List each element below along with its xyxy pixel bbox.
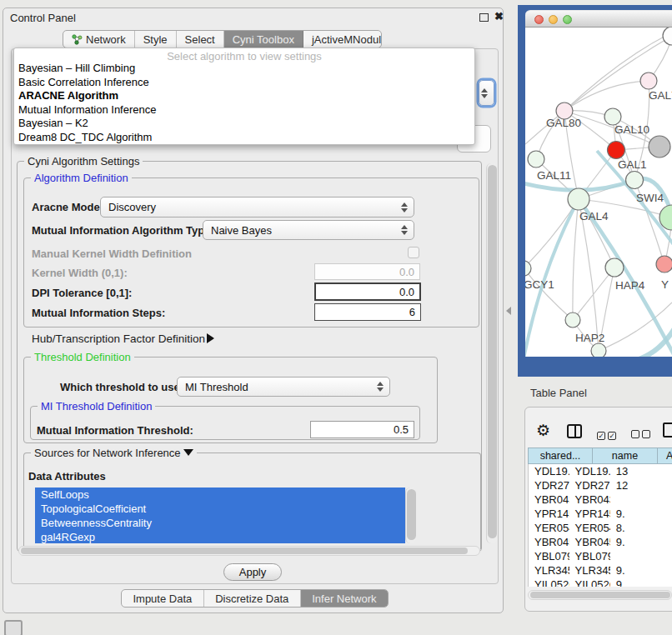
aracne-mode-value: Discovery bbox=[108, 201, 156, 213]
hub-definition-label: Hub/Transcription Factor Definition bbox=[32, 332, 205, 345]
algorithm-combo-button[interactable] bbox=[479, 80, 494, 106]
node-label: GAL7 bbox=[649, 89, 672, 102]
table-cell: YER054C bbox=[569, 521, 610, 535]
network-node[interactable] bbox=[649, 136, 670, 158]
settings-vertical-scrollbar[interactable] bbox=[486, 163, 498, 543]
mi-steps-field[interactable] bbox=[314, 303, 421, 321]
data-attributes-list: SelfLoopsTopologicalCoefficientBetweenne… bbox=[35, 488, 405, 543]
stepper-arrows-icon bbox=[400, 202, 408, 212]
table-cell: YBL079W bbox=[529, 549, 569, 563]
tab-network[interactable]: Network bbox=[63, 31, 135, 48]
network-node-gal4[interactable] bbox=[568, 188, 589, 210]
node-label: HAP4 bbox=[615, 279, 645, 292]
tab-discretize-data[interactable]: Discretize Data bbox=[204, 590, 301, 607]
network-node-y[interactable] bbox=[656, 256, 672, 272]
dpi-tolerance-field[interactable] bbox=[314, 282, 421, 301]
table-row[interactable]: YBL079WYBL079W bbox=[529, 549, 672, 563]
attribute-item[interactable]: gal4RGexp bbox=[35, 530, 405, 543]
network-edge[interactable] bbox=[525, 268, 573, 320]
settings-horizontal-scrollbar[interactable] bbox=[18, 546, 480, 556]
float-panel-icon[interactable] bbox=[479, 13, 489, 22]
network-edge[interactable] bbox=[573, 199, 579, 320]
network-window-titlebar[interactable] bbox=[525, 10, 672, 28]
network-node-gal7[interactable] bbox=[640, 72, 657, 89]
attribute-item[interactable]: SelfLoops bbox=[35, 488, 405, 502]
node-label: GAL11 bbox=[537, 169, 571, 182]
which-threshold-combo[interactable]: MI Threshold bbox=[177, 377, 390, 397]
network-graph: GAL7GAL80GAL10GAL1GAL11SWI4GAL4GCY1HAP4Y… bbox=[525, 28, 672, 357]
table-row[interactable]: YER054CYER054C8. bbox=[529, 521, 672, 535]
sources-title: Sources for Network Inference bbox=[31, 447, 197, 459]
algorithm-placeholder: Select algorithm to view settings bbox=[14, 48, 474, 62]
tab-impute-data[interactable]: Impute Data bbox=[122, 590, 204, 607]
network-canvas[interactable]: GAL7GAL80GAL10GAL1GAL11SWI4GAL4GCY1HAP4Y… bbox=[525, 28, 672, 357]
aracne-mode-combo[interactable]: Discovery bbox=[100, 197, 414, 218]
network-node-swi4[interactable] bbox=[626, 172, 644, 189]
table-row[interactable]: YLR345WYLR345W9. bbox=[529, 563, 672, 578]
tab-infer-network[interactable]: Infer Network bbox=[301, 590, 388, 607]
table-row[interactable]: YDR27...YDR27...12 bbox=[529, 478, 672, 492]
network-node-hap4[interactable] bbox=[605, 258, 624, 277]
gear-icon[interactable]: ⚙ bbox=[536, 421, 550, 440]
kernel-width-field[interactable] bbox=[314, 263, 420, 280]
network-node-gcy1[interactable] bbox=[525, 261, 531, 276]
algorithm-option[interactable]: Dream8 DC_TDC Algorithm bbox=[14, 131, 474, 145]
table-row[interactable]: YDL19...YDL19...13 bbox=[529, 464, 672, 478]
network-node-gal11[interactable] bbox=[528, 151, 544, 168]
splitter-collapse-icon[interactable] bbox=[506, 307, 511, 315]
algorithm-option[interactable]: Basic Correlation Inference bbox=[14, 76, 474, 90]
column-header[interactable]: name bbox=[592, 448, 657, 464]
attribute-item[interactable]: BetweennessCentrality bbox=[35, 516, 405, 530]
stepper-arrows-icon bbox=[376, 382, 384, 392]
tab-style[interactable]: Style bbox=[135, 31, 177, 48]
network-node-gal10[interactable] bbox=[604, 108, 621, 125]
table-row[interactable]: YBR043CYBR043C bbox=[529, 492, 672, 507]
checked-boxes-icon[interactable]: ✓✓ bbox=[597, 427, 619, 442]
mi-threshold-field[interactable] bbox=[310, 421, 414, 438]
close-panel-icon[interactable]: ✖ bbox=[494, 10, 504, 22]
control-panel-titlebar: Control Panel ✖ bbox=[3, 8, 504, 28]
network-edge[interactable] bbox=[564, 81, 649, 111]
tab-cyni-toolbox[interactable]: Cyni Toolbox bbox=[224, 31, 303, 48]
table-cell: YBR045C bbox=[569, 535, 610, 549]
table-row[interactable]: YIL052CYIL052C9 bbox=[529, 578, 672, 587]
table-cell: YBL079W bbox=[569, 549, 610, 563]
table-row[interactable]: YPR145WYPR145W9. bbox=[529, 507, 672, 521]
table-cell: 13 bbox=[610, 464, 672, 478]
manual-kernel-checkbox[interactable] bbox=[408, 247, 419, 258]
zoom-window-icon[interactable] bbox=[563, 15, 572, 24]
table-cell: YIL052C bbox=[529, 578, 569, 587]
table-row[interactable]: YBR045CYBR045C9. bbox=[529, 535, 672, 549]
unchecked-boxes-icon[interactable] bbox=[631, 427, 653, 442]
algorithm-option[interactable]: Mutual Information Inference bbox=[14, 103, 474, 118]
tab-jactivemnodules[interactable]: jActiveMNodules bbox=[303, 31, 382, 48]
mi-threshold-title: MI Threshold Definition bbox=[38, 400, 155, 412]
table-cell: YPR145W bbox=[529, 507, 569, 521]
network-node[interactable] bbox=[663, 28, 672, 45]
table-doc-icon[interactable] bbox=[663, 422, 672, 438]
tab-label: Cyni Toolbox bbox=[233, 33, 294, 46]
apply-button[interactable]: Apply bbox=[223, 563, 282, 581]
expand-arrow-icon[interactable] bbox=[207, 333, 214, 343]
network-node-gal1[interactable] bbox=[608, 142, 625, 159]
collapse-arrow-icon[interactable] bbox=[183, 449, 193, 456]
network-node[interactable] bbox=[591, 343, 606, 357]
tab-label: Network bbox=[86, 33, 126, 46]
close-window-icon[interactable] bbox=[534, 15, 544, 24]
attributes-scrollbar[interactable] bbox=[405, 488, 416, 543]
network-node-hap2[interactable] bbox=[565, 312, 580, 328]
network-edge[interactable] bbox=[573, 268, 614, 320]
mi-type-combo[interactable]: Naive Bayes bbox=[203, 220, 414, 240]
column-header[interactable]: shared... bbox=[528, 448, 592, 464]
restore-panel-button[interactable] bbox=[4, 620, 23, 635]
minimize-window-icon[interactable] bbox=[549, 15, 558, 24]
tab-label: Impute Data bbox=[133, 592, 192, 605]
algorithm-option[interactable]: Bayesian – Hill Climbing bbox=[14, 62, 474, 76]
algorithm-option[interactable]: ARACNE Algorithm bbox=[14, 89, 474, 103]
attribute-item[interactable]: TopologicalCoefficient bbox=[35, 502, 405, 516]
columns-icon[interactable] bbox=[567, 424, 582, 438]
table-horizontal-scrollbar[interactable] bbox=[528, 590, 672, 600]
tab-select[interactable]: Select bbox=[177, 31, 224, 48]
column-header[interactable]: A bbox=[657, 448, 672, 464]
algorithm-option[interactable]: Bayesian – K2 bbox=[14, 117, 474, 131]
